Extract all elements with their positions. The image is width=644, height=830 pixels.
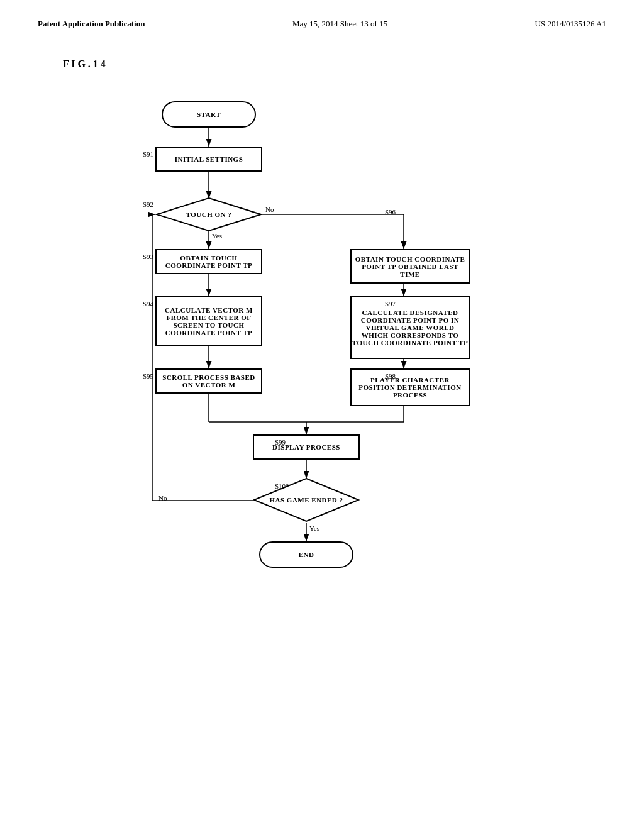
s91-label: S91 bbox=[143, 150, 153, 158]
s96-label: S96 bbox=[385, 208, 396, 216]
s98-node: PLAYER CHARACTER POSITION DETERMINATION … bbox=[350, 368, 470, 406]
header-center: May 15, 2014 Sheet 13 of 15 bbox=[292, 19, 387, 29]
s99-text: DISPLAY PROCESS bbox=[272, 443, 340, 451]
start-label: START bbox=[197, 111, 221, 118]
flowchart: START S91 INITIAL SETTINGS S92 TOUCH ON … bbox=[52, 82, 592, 699]
arrows-svg bbox=[52, 82, 592, 699]
s91-text: INITIAL SETTINGS bbox=[175, 155, 243, 163]
s96-text: OBTAIN TOUCH COORDINATE POINT TP OBTAINE… bbox=[352, 255, 469, 278]
fig-label: F I G . 1 4 bbox=[63, 58, 606, 70]
s95-text: SCROLL PROCESS BASED ON VECTOR M bbox=[157, 374, 261, 389]
end-label: END bbox=[299, 551, 314, 558]
s98-text: PLAYER CHARACTER POSITION DETERMINATION … bbox=[352, 376, 469, 399]
no-label-s92: No bbox=[265, 206, 274, 213]
s93-node: OBTAIN TOUCH COORDINATE POINT TP bbox=[155, 249, 262, 274]
s97-text: CALCULATE DESIGNATED COORDINATE POINT PO… bbox=[352, 309, 469, 346]
s100-node: HAS GAME ENDED ? bbox=[253, 477, 360, 523]
page-header: Patent Application Publication May 15, 2… bbox=[38, 19, 606, 33]
s94-node: CALCULATE VECTOR M FROM THE CENTER OF SC… bbox=[155, 296, 262, 346]
s91-node: INITIAL SETTINGS bbox=[155, 147, 262, 172]
start-node: START bbox=[162, 101, 256, 128]
s95-node: SCROLL PROCESS BASED ON VECTOR M bbox=[155, 368, 262, 394]
header-left: Patent Application Publication bbox=[38, 19, 145, 29]
yes-label-s92: Yes bbox=[212, 232, 222, 240]
s100-text: HAS GAME ENDED ? bbox=[269, 496, 343, 504]
s94-text: CALCULATE VECTOR M FROM THE CENTER OF SC… bbox=[157, 306, 261, 336]
s92-node: TOUCH ON ? bbox=[155, 197, 262, 232]
s93-label: S93 bbox=[143, 253, 153, 260]
s95-label: S95 bbox=[143, 372, 153, 380]
page: Patent Application Publication May 15, 2… bbox=[0, 0, 644, 830]
s96-node: OBTAIN TOUCH COORDINATE POINT TP OBTAINE… bbox=[350, 249, 470, 284]
s93-text: OBTAIN TOUCH COORDINATE POINT TP bbox=[157, 254, 261, 269]
s92-label: S92 bbox=[143, 201, 153, 208]
yes-label-s100: Yes bbox=[309, 524, 319, 532]
end-node: END bbox=[259, 541, 353, 568]
s94-label: S94 bbox=[143, 300, 153, 307]
s99-node: DISPLAY PROCESS bbox=[253, 434, 360, 460]
no-label-s100: No bbox=[158, 494, 167, 502]
header-right: US 2014/0135126 A1 bbox=[535, 19, 606, 29]
s92-text: TOUCH ON ? bbox=[186, 211, 232, 218]
s97-node: CALCULATE DESIGNATED COORDINATE POINT PO… bbox=[350, 296, 470, 359]
